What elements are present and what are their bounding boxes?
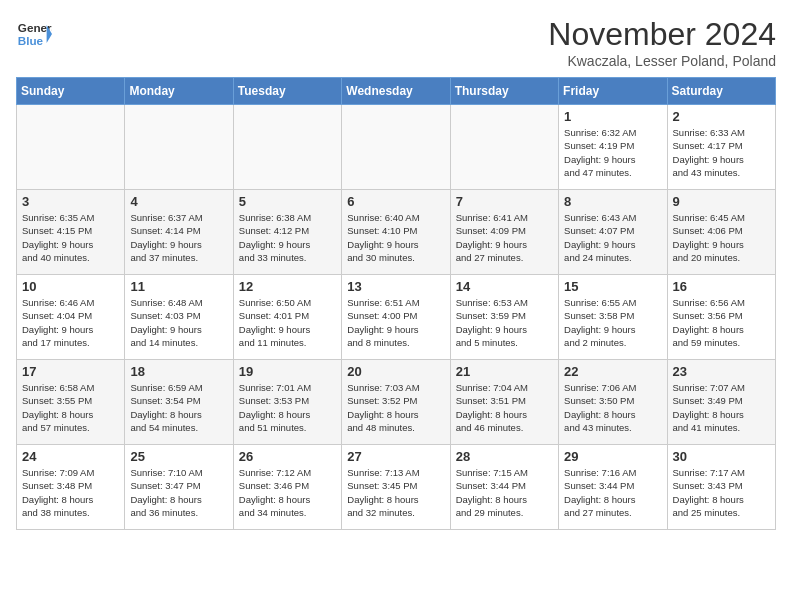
calendar-cell: 28Sunrise: 7:15 AM Sunset: 3:44 PM Dayli… (450, 445, 558, 530)
calendar-cell: 21Sunrise: 7:04 AM Sunset: 3:51 PM Dayli… (450, 360, 558, 445)
day-number: 24 (22, 449, 119, 464)
day-number: 3 (22, 194, 119, 209)
day-number: 1 (564, 109, 661, 124)
calendar-cell: 26Sunrise: 7:12 AM Sunset: 3:46 PM Dayli… (233, 445, 341, 530)
day-info: Sunrise: 6:41 AM Sunset: 4:09 PM Dayligh… (456, 211, 553, 264)
day-info: Sunrise: 7:03 AM Sunset: 3:52 PM Dayligh… (347, 381, 444, 434)
day-info: Sunrise: 7:16 AM Sunset: 3:44 PM Dayligh… (564, 466, 661, 519)
day-info: Sunrise: 6:48 AM Sunset: 4:03 PM Dayligh… (130, 296, 227, 349)
day-number: 18 (130, 364, 227, 379)
day-info: Sunrise: 6:53 AM Sunset: 3:59 PM Dayligh… (456, 296, 553, 349)
day-number: 30 (673, 449, 770, 464)
day-info: Sunrise: 7:15 AM Sunset: 3:44 PM Dayligh… (456, 466, 553, 519)
day-info: Sunrise: 6:38 AM Sunset: 4:12 PM Dayligh… (239, 211, 336, 264)
day-info: Sunrise: 7:04 AM Sunset: 3:51 PM Dayligh… (456, 381, 553, 434)
calendar-cell: 1Sunrise: 6:32 AM Sunset: 4:19 PM Daylig… (559, 105, 667, 190)
day-number: 20 (347, 364, 444, 379)
calendar-cell (342, 105, 450, 190)
day-number: 16 (673, 279, 770, 294)
day-number: 26 (239, 449, 336, 464)
calendar-cell: 18Sunrise: 6:59 AM Sunset: 3:54 PM Dayli… (125, 360, 233, 445)
day-number: 11 (130, 279, 227, 294)
day-info: Sunrise: 6:59 AM Sunset: 3:54 PM Dayligh… (130, 381, 227, 434)
day-number: 17 (22, 364, 119, 379)
day-info: Sunrise: 7:17 AM Sunset: 3:43 PM Dayligh… (673, 466, 770, 519)
column-header-tuesday: Tuesday (233, 78, 341, 105)
calendar-cell: 11Sunrise: 6:48 AM Sunset: 4:03 PM Dayli… (125, 275, 233, 360)
day-number: 21 (456, 364, 553, 379)
day-info: Sunrise: 6:35 AM Sunset: 4:15 PM Dayligh… (22, 211, 119, 264)
day-number: 2 (673, 109, 770, 124)
day-number: 15 (564, 279, 661, 294)
day-info: Sunrise: 6:43 AM Sunset: 4:07 PM Dayligh… (564, 211, 661, 264)
day-number: 4 (130, 194, 227, 209)
day-number: 10 (22, 279, 119, 294)
calendar-cell: 6Sunrise: 6:40 AM Sunset: 4:10 PM Daylig… (342, 190, 450, 275)
day-info: Sunrise: 7:09 AM Sunset: 3:48 PM Dayligh… (22, 466, 119, 519)
calendar-week-2: 3Sunrise: 6:35 AM Sunset: 4:15 PM Daylig… (17, 190, 776, 275)
svg-text:Blue: Blue (18, 34, 44, 47)
calendar-cell: 7Sunrise: 6:41 AM Sunset: 4:09 PM Daylig… (450, 190, 558, 275)
logo: General Blue (16, 16, 52, 52)
calendar-week-1: 1Sunrise: 6:32 AM Sunset: 4:19 PM Daylig… (17, 105, 776, 190)
month-title: November 2024 (548, 16, 776, 53)
day-info: Sunrise: 6:58 AM Sunset: 3:55 PM Dayligh… (22, 381, 119, 434)
calendar-cell: 13Sunrise: 6:51 AM Sunset: 4:00 PM Dayli… (342, 275, 450, 360)
page-header: General Blue November 2024 Kwaczala, Les… (16, 16, 776, 69)
day-number: 27 (347, 449, 444, 464)
calendar-header-row: SundayMondayTuesdayWednesdayThursdayFrid… (17, 78, 776, 105)
calendar-week-4: 17Sunrise: 6:58 AM Sunset: 3:55 PM Dayli… (17, 360, 776, 445)
calendar-cell: 29Sunrise: 7:16 AM Sunset: 3:44 PM Dayli… (559, 445, 667, 530)
day-number: 13 (347, 279, 444, 294)
calendar-cell: 12Sunrise: 6:50 AM Sunset: 4:01 PM Dayli… (233, 275, 341, 360)
calendar-cell: 5Sunrise: 6:38 AM Sunset: 4:12 PM Daylig… (233, 190, 341, 275)
day-info: Sunrise: 6:50 AM Sunset: 4:01 PM Dayligh… (239, 296, 336, 349)
calendar-cell: 24Sunrise: 7:09 AM Sunset: 3:48 PM Dayli… (17, 445, 125, 530)
calendar-cell: 20Sunrise: 7:03 AM Sunset: 3:52 PM Dayli… (342, 360, 450, 445)
calendar-cell: 2Sunrise: 6:33 AM Sunset: 4:17 PM Daylig… (667, 105, 775, 190)
calendar-cell (233, 105, 341, 190)
logo-icon: General Blue (16, 16, 52, 52)
calendar-cell: 27Sunrise: 7:13 AM Sunset: 3:45 PM Dayli… (342, 445, 450, 530)
column-header-wednesday: Wednesday (342, 78, 450, 105)
calendar-cell: 4Sunrise: 6:37 AM Sunset: 4:14 PM Daylig… (125, 190, 233, 275)
column-header-sunday: Sunday (17, 78, 125, 105)
calendar-cell: 10Sunrise: 6:46 AM Sunset: 4:04 PM Dayli… (17, 275, 125, 360)
day-number: 9 (673, 194, 770, 209)
calendar-cell: 14Sunrise: 6:53 AM Sunset: 3:59 PM Dayli… (450, 275, 558, 360)
day-info: Sunrise: 6:33 AM Sunset: 4:17 PM Dayligh… (673, 126, 770, 179)
day-info: Sunrise: 6:55 AM Sunset: 3:58 PM Dayligh… (564, 296, 661, 349)
day-number: 23 (673, 364, 770, 379)
day-info: Sunrise: 7:07 AM Sunset: 3:49 PM Dayligh… (673, 381, 770, 434)
calendar-cell: 16Sunrise: 6:56 AM Sunset: 3:56 PM Dayli… (667, 275, 775, 360)
column-header-monday: Monday (125, 78, 233, 105)
day-number: 12 (239, 279, 336, 294)
day-info: Sunrise: 7:10 AM Sunset: 3:47 PM Dayligh… (130, 466, 227, 519)
day-number: 28 (456, 449, 553, 464)
calendar-cell: 23Sunrise: 7:07 AM Sunset: 3:49 PM Dayli… (667, 360, 775, 445)
day-number: 22 (564, 364, 661, 379)
day-number: 29 (564, 449, 661, 464)
column-header-friday: Friday (559, 78, 667, 105)
calendar-cell: 25Sunrise: 7:10 AM Sunset: 3:47 PM Dayli… (125, 445, 233, 530)
calendar-cell: 8Sunrise: 6:43 AM Sunset: 4:07 PM Daylig… (559, 190, 667, 275)
day-info: Sunrise: 6:56 AM Sunset: 3:56 PM Dayligh… (673, 296, 770, 349)
day-info: Sunrise: 7:12 AM Sunset: 3:46 PM Dayligh… (239, 466, 336, 519)
day-info: Sunrise: 6:40 AM Sunset: 4:10 PM Dayligh… (347, 211, 444, 264)
day-info: Sunrise: 6:46 AM Sunset: 4:04 PM Dayligh… (22, 296, 119, 349)
calendar-cell (125, 105, 233, 190)
calendar-cell: 17Sunrise: 6:58 AM Sunset: 3:55 PM Dayli… (17, 360, 125, 445)
day-info: Sunrise: 6:51 AM Sunset: 4:00 PM Dayligh… (347, 296, 444, 349)
day-info: Sunrise: 6:37 AM Sunset: 4:14 PM Dayligh… (130, 211, 227, 264)
day-info: Sunrise: 6:45 AM Sunset: 4:06 PM Dayligh… (673, 211, 770, 264)
calendar-cell (450, 105, 558, 190)
calendar-body: 1Sunrise: 6:32 AM Sunset: 4:19 PM Daylig… (17, 105, 776, 530)
day-number: 5 (239, 194, 336, 209)
calendar-cell: 15Sunrise: 6:55 AM Sunset: 3:58 PM Dayli… (559, 275, 667, 360)
day-number: 19 (239, 364, 336, 379)
day-number: 14 (456, 279, 553, 294)
calendar-week-3: 10Sunrise: 6:46 AM Sunset: 4:04 PM Dayli… (17, 275, 776, 360)
calendar-cell: 30Sunrise: 7:17 AM Sunset: 3:43 PM Dayli… (667, 445, 775, 530)
column-header-saturday: Saturday (667, 78, 775, 105)
calendar-week-5: 24Sunrise: 7:09 AM Sunset: 3:48 PM Dayli… (17, 445, 776, 530)
